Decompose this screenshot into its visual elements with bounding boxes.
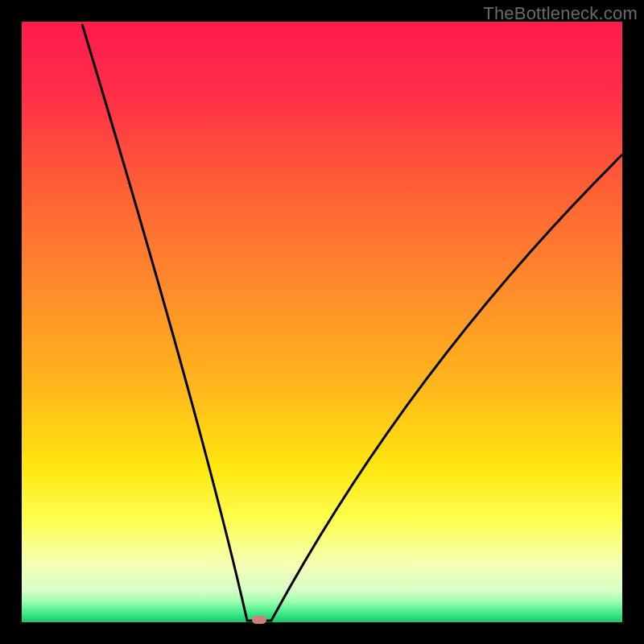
curve-path	[82, 24, 622, 621]
bottleneck-curve	[22, 22, 622, 622]
watermark-text: TheBottleneck.com	[483, 3, 638, 24]
plot-area	[22, 22, 622, 622]
optimal-point-marker	[252, 616, 266, 624]
